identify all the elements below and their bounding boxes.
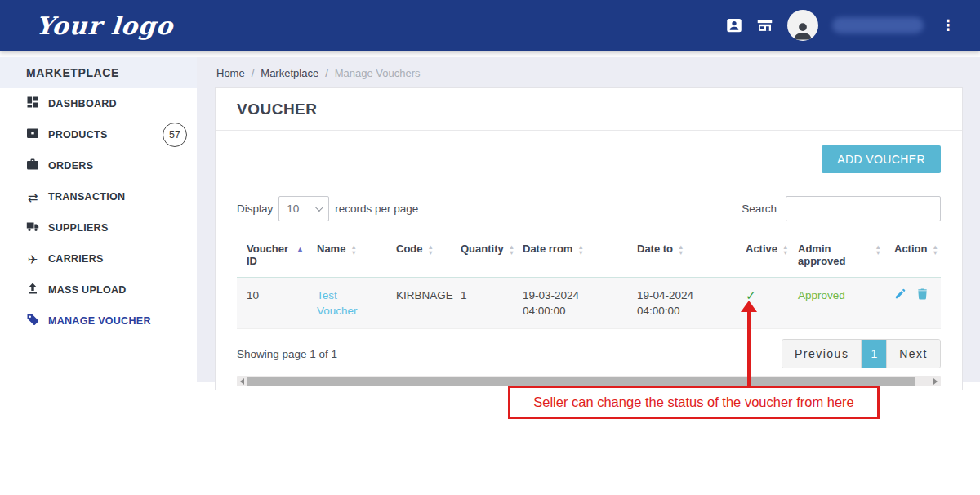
sort-icons: ▲▼ [577,245,583,256]
sidebar-item-label: MASS UPLOAD [48,284,127,296]
manage-voucher-icon [26,313,39,329]
search-label: Search [742,203,777,215]
sidebar-section-title: MARKETPLACE [0,57,197,88]
sort-icons: ▲▼ [678,245,684,256]
voucher-name-link[interactable]: Test Voucher [317,288,368,319]
pagination: Previous 1 Next [782,339,941,368]
current-page-button[interactable]: 1 [862,340,887,368]
cell-date-to: 19-04-2024 04:00:00 [630,278,739,329]
username-redacted[interactable] [832,17,924,33]
add-voucher-button[interactable]: ADD VOUCHER [822,145,941,173]
cell-action [888,278,941,329]
page-root: Your logo ⋮ MARKETPLACE DASHBOARD [0,0,980,495]
chevron-down-icon [315,203,323,212]
column-header-active[interactable]: Active▲▼ [739,238,791,278]
annotation-text: Seller can change the status of the vouc… [533,395,854,410]
carriers-icon: ✈ [26,253,39,265]
cell-quantity: 1 [454,278,516,329]
sidebar-item-orders[interactable]: ORDERS [0,150,197,181]
menu-dots-icon[interactable]: ⋮ [938,18,959,33]
column-header-date-from[interactable]: Date rrom▲▼ [516,238,630,278]
sort-icons: ▲▼ [509,245,514,256]
sort-icons: ▲▼ [350,245,356,256]
records-per-page-suffix: records per page [335,203,418,215]
delete-icon[interactable] [916,288,929,300]
breadcrumb-home[interactable]: Home [216,67,245,79]
voucher-panel: VOUCHER ADD VOUCHER Display 10 records p [215,87,963,390]
sidebar-item-label: SUPPLIERS [48,222,109,234]
scrollbar-thumb[interactable] [247,377,915,386]
mass-upload-icon [26,282,39,298]
sidebar-item-carriers[interactable]: ✈ CARRIERS [0,243,197,274]
sidebar-item-suppliers[interactable]: SUPPLIERS [0,212,197,243]
sort-icons: ▲▼ [932,245,938,256]
cell-name: Test Voucher [310,278,390,329]
sidebar-item-products[interactable]: PRODUCTS 57 [0,119,197,150]
breadcrumb-marketplace[interactable]: Marketplace [261,67,318,79]
table-row: 10 Test Voucher KIRBNAGE 1 19-03-2024 04… [237,278,941,329]
records-per-page-value: 10 [287,203,299,215]
sidebar-item-label: ORDERS [48,160,93,172]
search-input[interactable] [786,196,941,221]
sidebar-item-label: MANAGE VOUCHER [48,315,151,327]
scroll-right-arrow-icon[interactable] [930,376,941,386]
annotation-arrow-line [747,311,751,386]
transaction-icon: ⇄ [26,191,39,203]
annotation-callout: Seller can change the status of the vouc… [508,386,880,419]
approved-status-badge: Approved [798,289,845,301]
scroll-left-arrow-icon[interactable] [237,376,247,386]
products-count-badge: 57 [163,123,187,147]
sidebar-item-manage-voucher[interactable]: MANAGE VOUCHER [0,305,197,337]
column-header-voucher-id[interactable]: Voucher ID▲ [237,238,310,278]
column-header-name[interactable]: Name▲▼ [310,238,390,278]
sidebar-item-label: DASHBOARD [48,98,117,109]
breadcrumb-separator: / [325,67,328,79]
breadcrumb-current: Manage Vouchers [335,67,421,79]
records-per-page-control: Display 10 records per page [237,196,418,221]
search-control: Search [742,196,941,221]
sidebar-item-dashboard[interactable]: DASHBOARD [0,88,197,119]
navbar-actions: ⋮ [726,10,959,41]
sidebar-item-label: CARRIERS [48,253,104,265]
sort-asc-icon: ▲ [296,246,304,267]
display-label: Display [237,203,273,215]
sidebar-item-transaction[interactable]: ⇄ TRANSACTION [0,181,197,212]
sidebar-item-label: TRANSACTION [48,191,125,203]
sidebar-item-label: PRODUCTS [48,129,108,140]
brand-logo[interactable]: Your logo [35,11,175,40]
column-header-quantity[interactable]: Quantity▲▼ [454,238,516,278]
previous-page-button[interactable]: Previous [782,340,862,368]
column-header-code[interactable]: Code▲▼ [390,238,454,278]
user-avatar[interactable] [787,10,818,41]
orders-icon [26,158,39,174]
cell-code: KIRBNAGE [390,278,454,329]
suppliers-icon [26,220,39,236]
breadcrumb: Home / Marketplace / Manage Vouchers [215,67,963,79]
sort-icons: ▲▼ [875,245,881,267]
account-card-icon[interactable] [726,17,742,33]
sort-icons: ▲▼ [428,245,434,256]
breadcrumb-separator: / [252,67,255,79]
top-navbar: Your logo ⋮ [0,0,980,51]
annotation-arrow-head [741,301,757,312]
column-header-action[interactable]: Action▲▼ [888,238,941,278]
page-title: VOUCHER [216,88,962,131]
products-icon [26,127,39,143]
records-per-page-select[interactable]: 10 [278,196,329,221]
cell-admin-approved: Approved [791,278,888,329]
edit-icon[interactable] [894,288,906,300]
sidebar: MARKETPLACE DASHBOARD PRODUCTS 57 ORDERS… [0,57,197,382]
showing-page-text: Showing page 1 of 1 [237,348,337,360]
column-header-date-to[interactable]: Date to▲▼ [630,238,739,278]
main-content: Home / Marketplace / Manage Vouchers VOU… [197,57,980,382]
dashboard-icon [26,96,39,112]
cell-voucher-id: 10 [237,278,310,329]
column-header-admin-approved[interactable]: Admin approved▲▼ [791,238,888,278]
storefront-icon[interactable] [756,17,773,33]
voucher-table: Voucher ID▲ Name▲▼ Code▲▼ Quantity▲▼ Dat… [237,238,941,329]
cell-date-from: 19-03-2024 04:00:00 [516,278,630,329]
next-page-button[interactable]: Next [887,340,940,368]
sidebar-item-mass-upload[interactable]: MASS UPLOAD [0,274,197,305]
sort-icons: ▲▼ [782,245,788,256]
navbar-gap [0,51,980,57]
